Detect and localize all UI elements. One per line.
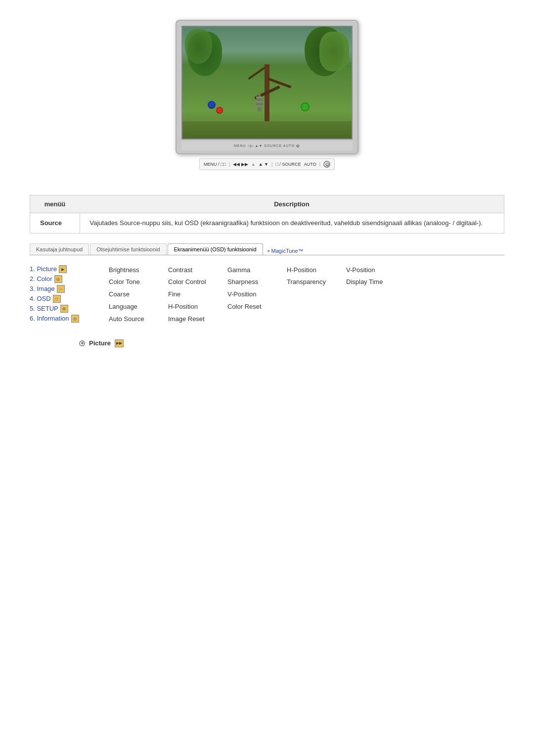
menu-btn-label: MENU / □□ — [204, 162, 226, 167]
menu-col-5: V-Position Display Time — [346, 265, 391, 325]
menu-item-h-position-2: H-Position — [287, 265, 331, 276]
nav-item-color[interactable]: 2. Color ◎ — [30, 275, 109, 283]
menu-item-display-time: Display Time — [346, 277, 391, 287]
menu-columns: Brightness Color Tone Coarse Language Au… — [109, 260, 391, 330]
menu-col-3: Gamma Sharpness V-Position Color Reset — [227, 265, 272, 325]
description-table: menüü Description Source Vajutades Sourc… — [30, 195, 504, 234]
menu-item-fine: Fine — [168, 289, 213, 300]
menu-nav: 1. Picture ▶ 2. Color ◎ 3. Image ↔ 4. OS… — [30, 260, 109, 330]
nav-link-image[interactable]: 3. Image — [30, 285, 55, 292]
monitor-outer: MENU ◁▷ ▲▼ SOURCE AUTO ⏻ — [176, 20, 358, 154]
monitor-screen — [181, 26, 353, 140]
nav-item-image[interactable]: 3. Image ↔ — [30, 285, 109, 293]
nav-item-osd[interactable]: 4. OSD □ — [30, 295, 109, 303]
picture-icon: ▶ — [59, 265, 67, 273]
menu-item-color-control: Color Control — [168, 277, 213, 287]
tab-otsejuhtimise[interactable]: Otsejuhtimise funktsioonid — [90, 243, 166, 255]
power-button[interactable]: ⏻ — [323, 161, 330, 168]
menu-item-v-position-2: V-Position — [346, 265, 391, 276]
table-cell-menu: Source — [30, 213, 80, 233]
menu-col-2: Contrast Color Control Fine H-Position I… — [168, 265, 213, 325]
monitor-buttons-row: MENU / □□ | ◀◀ ▶▶ ▲ ▲ ▼ | □ / SOURCE AUT… — [199, 158, 335, 170]
table-cell-description: Vajutades Source-nuppu siis, kui OSD (ek… — [80, 213, 504, 233]
image-icon: ↔ — [57, 285, 65, 293]
picture-section-icon: ▶▶ — [115, 339, 124, 347]
menu-item-brightness: Brightness — [109, 265, 153, 276]
nav-link-info[interactable]: 6. Information — [30, 315, 69, 322]
table-row: Source Vajutades Source-nuppu siis, kui … — [30, 213, 504, 233]
tab-magictune[interactable]: ✦ MagicTune™ — [266, 248, 304, 254]
picture-section: Picture ▶▶ — [79, 339, 504, 347]
nav-item-picture[interactable]: 1. Picture ▶ — [30, 265, 109, 273]
monitor-section: MENU ◁▷ ▲▼ SOURCE AUTO ⏻ MENU / □□ | ◀◀ … — [0, 0, 534, 180]
menu-item-h-position: H-Position — [168, 302, 213, 312]
menu-item-auto-source: Auto Source — [109, 314, 153, 325]
menu-item-sharpness: Sharpness — [227, 277, 272, 287]
nav-link-picture[interactable]: 1. Picture — [30, 265, 57, 273]
nav-item-setup[interactable]: 5. SETUP ⚙ — [30, 305, 109, 313]
menu-item-contrast: Contrast — [168, 265, 213, 276]
menu-col-4: H-Position Transparency — [287, 265, 331, 325]
arrows1-label: ◀◀ ▶▶ — [233, 162, 248, 167]
source-btn-label: □ / SOURCE — [275, 162, 301, 167]
monitor-base: MENU ◁▷ ▲▼ SOURCE AUTO ⏻ — [181, 142, 353, 150]
monitor-controls-inner: MENU ◁▷ ▲▼ SOURCE AUTO ⏻ — [234, 144, 300, 148]
menu-col-1: Brightness Color Tone Coarse Language Au… — [109, 265, 153, 325]
tab-kasutaja[interactable]: Kasutaja juhtnupud — [30, 243, 89, 255]
setup-icon: ⚙ — [60, 305, 68, 313]
menu-item-v-position: V-Position — [227, 289, 272, 300]
menu-section: 1. Picture ▶ 2. Color ◎ 3. Image ↔ 4. OS… — [30, 260, 504, 330]
auto-btn-label: AUTO — [304, 162, 316, 167]
tab-ekraanimenu[interactable]: Ekraanimenüü (OSD) funktsioonid — [168, 243, 263, 255]
picture-label: Picture — [89, 339, 111, 347]
nav-link-color[interactable]: 2. Color — [30, 275, 52, 283]
table-col1-header: menüü — [30, 195, 80, 213]
info-icon: ◎ — [71, 315, 79, 323]
menu-item-image-reset: Image Reset — [168, 314, 213, 325]
tabs-section: Kasutaja juhtnupud Otsejuhtimise funktsi… — [30, 243, 504, 255]
menu-item-transparency: Transparency — [287, 277, 331, 287]
nav-link-osd[interactable]: 4. OSD — [30, 295, 51, 302]
menu-item-gamma: Gamma — [227, 265, 272, 276]
menu-item-coarse: Coarse — [109, 289, 153, 300]
table-col2-header: Description — [80, 195, 504, 213]
color-icon: ◎ — [54, 275, 62, 283]
menu-item-language: Language — [109, 302, 153, 312]
menu-item-color-tone: Color Tone — [109, 277, 153, 287]
nav-link-setup[interactable]: 5. SETUP — [30, 305, 58, 312]
picture-radio[interactable] — [79, 340, 85, 346]
arrows2-label: ▲ ▼ — [259, 162, 268, 167]
menu-item-color-reset: Color Reset — [227, 302, 272, 312]
osd-icon: □ — [53, 295, 61, 303]
nav-item-info[interactable]: 6. Information ◎ — [30, 315, 109, 323]
